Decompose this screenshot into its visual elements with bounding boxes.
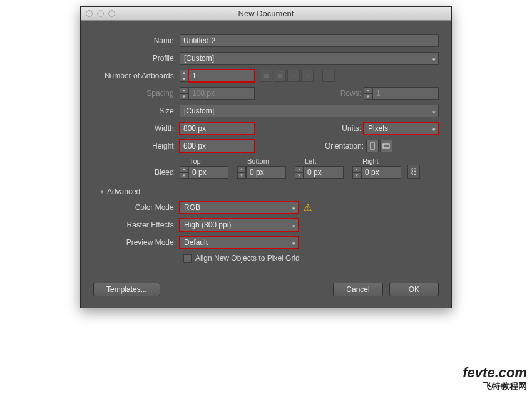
cancel-button[interactable]: Cancel bbox=[333, 283, 382, 296]
bleed-bottom-stepper[interactable]: ▲▼ bbox=[237, 166, 246, 179]
svg-rect-0 bbox=[371, 143, 374, 149]
orientation-landscape-button[interactable] bbox=[380, 140, 392, 152]
warning-icon: ⚠ bbox=[304, 202, 312, 213]
height-label: Height: bbox=[93, 142, 180, 150]
size-label: Size: bbox=[93, 107, 180, 115]
preview-label: Preview Mode: bbox=[93, 238, 180, 247]
width-label: Width: bbox=[93, 124, 180, 133]
artboards-input[interactable]: 1 bbox=[188, 70, 255, 82]
units-dropdown[interactable]: Pixels bbox=[364, 122, 439, 135]
preview-dropdown[interactable]: Default bbox=[180, 236, 299, 249]
artboard-arrangement-icons: ▦ ▦ ↔ ↕ bbox=[260, 70, 314, 82]
bleed-left-label: Left bbox=[295, 157, 344, 165]
bleed-right-label: Right bbox=[352, 157, 401, 165]
size-dropdown[interactable]: [Custom] bbox=[180, 105, 439, 117]
bleed-label: Bleed: bbox=[93, 168, 180, 179]
spacing-input: 100 px bbox=[188, 87, 255, 100]
bleed-top-stepper[interactable]: ▲▼ bbox=[180, 166, 188, 179]
colormode-label: Color Mode: bbox=[93, 203, 180, 212]
bleed-right-input[interactable]: 0 px bbox=[361, 166, 401, 179]
templates-button[interactable]: Templates... bbox=[93, 283, 160, 296]
spacing-label: Spacing: bbox=[93, 89, 180, 98]
zoom-icon[interactable] bbox=[108, 10, 115, 17]
raster-label: Raster Effects: bbox=[93, 221, 180, 229]
raster-dropdown[interactable]: High (300 ppi) bbox=[180, 219, 299, 231]
artboards-label: Number of Artboards: bbox=[93, 71, 180, 80]
minimize-icon[interactable] bbox=[97, 10, 104, 17]
arrange-col-icon[interactable]: ↕ bbox=[301, 70, 314, 82]
arrange-row-icon[interactable]: ↔ bbox=[287, 70, 300, 82]
grid-by-row-icon[interactable]: ▦ bbox=[260, 70, 272, 82]
bleed-left-stepper[interactable]: ▲▼ bbox=[295, 166, 304, 179]
ok-button[interactable]: OK bbox=[389, 283, 439, 296]
orientation-label: Orientation: bbox=[325, 142, 366, 150]
svg-rect-1 bbox=[383, 144, 389, 148]
colormode-dropdown[interactable]: RGB bbox=[180, 201, 299, 214]
bleed-left-input[interactable]: 0 px bbox=[304, 166, 344, 179]
align-grid-label: Align New Objects to Pixel Grid bbox=[195, 254, 300, 263]
titlebar: New Document bbox=[81, 7, 451, 21]
new-document-dialog: New Document Name: Untitled-2 Profile: [… bbox=[80, 6, 452, 308]
height-input[interactable]: 600 px bbox=[180, 140, 255, 152]
bleed-right-stepper[interactable]: ▲▼ bbox=[352, 166, 361, 179]
direction-icon[interactable]: → bbox=[322, 70, 335, 82]
window-controls[interactable] bbox=[86, 10, 115, 17]
rows-label: Rows: bbox=[340, 89, 364, 98]
align-grid-checkbox[interactable] bbox=[183, 254, 192, 263]
profile-label: Profile: bbox=[93, 54, 180, 63]
bleed-bottom-label: Bottom bbox=[237, 157, 286, 165]
close-icon[interactable] bbox=[86, 10, 93, 17]
grid-by-col-icon[interactable]: ▦ bbox=[274, 70, 286, 82]
rows-stepper: ▲▼ bbox=[364, 87, 372, 100]
name-label: Name: bbox=[93, 36, 180, 45]
width-input[interactable]: 800 px bbox=[180, 122, 255, 135]
units-label: Units: bbox=[342, 124, 364, 133]
rows-input: 1 bbox=[372, 87, 439, 100]
dialog-title: New Document bbox=[238, 9, 294, 18]
artboards-stepper[interactable]: ▲▼ bbox=[180, 70, 188, 82]
watermark: fevte.com 飞特教程网 bbox=[463, 365, 527, 392]
spacing-stepper: ▲▼ bbox=[180, 87, 188, 100]
bleed-top-input[interactable]: 0 px bbox=[188, 166, 228, 179]
bleed-top-label: Top bbox=[180, 157, 228, 165]
bleed-bottom-input[interactable]: 0 px bbox=[246, 166, 286, 179]
name-input[interactable]: Untitled-2 bbox=[180, 34, 439, 47]
link-bleed-button[interactable]: ⛓ bbox=[407, 165, 420, 179]
profile-dropdown[interactable]: [Custom] bbox=[180, 52, 439, 65]
orientation-portrait-button[interactable] bbox=[366, 140, 379, 152]
advanced-section-toggle[interactable]: Advanced bbox=[100, 187, 439, 196]
